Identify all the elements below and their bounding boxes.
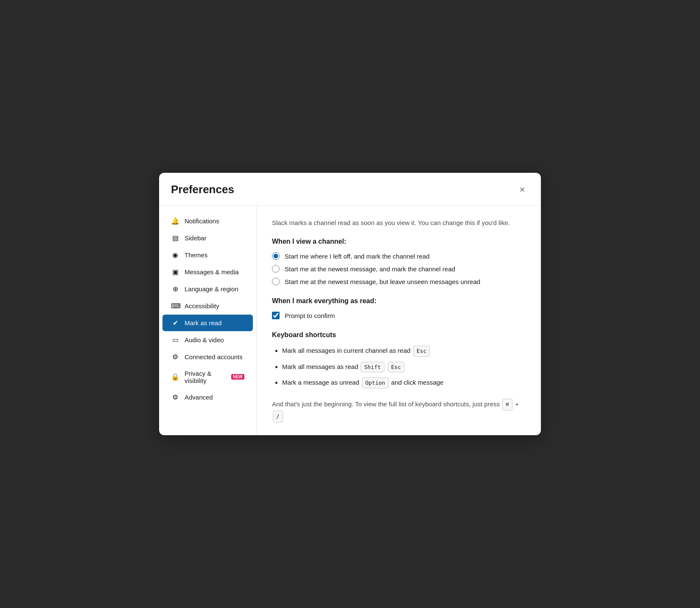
preferences-modal: Preferences × 🔔Notifications▤Sidebar◉The… (159, 173, 541, 435)
radio-input-1[interactable] (272, 252, 280, 260)
keyboard-shortcuts-title: Keyboard shortcuts (272, 331, 526, 339)
radio-input-2[interactable] (272, 265, 280, 273)
intro-text: Slack marks a channel read as soon as yo… (272, 218, 526, 228)
sidebar-notifications-icon: 🔔 (171, 217, 179, 225)
modal-overlay: Preferences × 🔔Notifications▤Sidebar◉The… (0, 0, 700, 608)
sidebar-item-sidebar[interactable]: ▤Sidebar (162, 230, 253, 246)
prompt-confirm-input[interactable] (272, 312, 280, 319)
sidebar-advanced-label: Advanced (185, 394, 213, 401)
sidebar-audio-video-icon: ▭ (171, 336, 179, 344)
sidebar-item-audio-video[interactable]: ▭Audio & video (162, 332, 253, 348)
sidebar-privacy-visibility-badge: NEW (231, 374, 244, 380)
modal-body: 🔔Notifications▤Sidebar◉Themes▣Messages &… (159, 205, 541, 435)
sidebar-nav: 🔔Notifications▤Sidebar◉Themes▣Messages &… (159, 205, 257, 435)
sidebar-connected-accounts-label: Connected accounts (185, 353, 243, 360)
shortcut-item-2: Mark all messages as read Shift Esc (282, 362, 526, 373)
key-esc: Esc (413, 346, 430, 357)
sidebar-item-messages-media[interactable]: ▣Messages & media (162, 264, 253, 280)
close-button[interactable]: × (515, 183, 529, 197)
sidebar-messages-media-icon: ▣ (171, 268, 179, 276)
section-when-view: When I view a channel: (272, 238, 526, 245)
sidebar-item-themes[interactable]: ◉Themes (162, 247, 253, 263)
sidebar-accessibility-label: Accessibility (185, 302, 219, 310)
sidebar-language-region-label: Language & region (185, 285, 238, 293)
key-shift: Shift (361, 362, 384, 373)
key-esc: Esc (388, 362, 404, 373)
sidebar-connected-accounts-icon: ⚙ (171, 353, 179, 361)
sidebar-item-mark-as-read[interactable]: ✔Mark as read (162, 315, 253, 331)
key-slash: / (273, 411, 283, 422)
prompt-confirm-checkbox[interactable]: Prompt to confirm (272, 312, 526, 319)
sidebar-language-region-icon: ⊕ (171, 285, 179, 293)
channel-view-options: Start me where I left off, and mark the … (272, 252, 526, 285)
sidebar-sidebar-label: Sidebar (185, 234, 207, 242)
sidebar-item-notifications[interactable]: 🔔Notifications (162, 213, 253, 229)
radio-option-1[interactable]: Start me where I left off, and mark the … (272, 252, 526, 260)
sidebar-notifications-label: Notifications (185, 217, 219, 225)
key-option: Option (362, 377, 389, 388)
sidebar-themes-label: Themes (185, 251, 207, 259)
shortcut-list: Mark all messages in current channel as … (272, 346, 526, 388)
prompt-confirm-label: Prompt to confirm (285, 312, 335, 319)
sidebar-item-advanced[interactable]: ⚙Advanced (162, 389, 253, 405)
sidebar-privacy-visibility-label: Privacy & visibility (185, 370, 224, 384)
radio-option-3[interactable]: Start me at the newest message, but leav… (272, 278, 526, 285)
sidebar-privacy-visibility-icon: 🔒 (171, 373, 179, 381)
sidebar-audio-video-label: Audio & video (185, 336, 224, 343)
keyboard-shortcuts-section: Keyboard shortcuts Mark all messages in … (272, 331, 526, 388)
sidebar-mark-as-read-icon: ✔ (171, 319, 179, 327)
sidebar-accessibility-icon: ⌨ (171, 302, 179, 310)
shortcut-item-3: Mark a message as unread Option and clic… (282, 377, 526, 388)
sidebar-item-privacy-visibility[interactable]: 🔒Privacy & visibilityNEW (162, 366, 253, 388)
key-cmd: ⌘ (502, 399, 512, 411)
shortcut-item-1: Mark all messages in current channel as … (282, 346, 526, 357)
sidebar-advanced-icon: ⚙ (171, 393, 179, 401)
radio-label-3: Start me at the newest message, but leav… (285, 278, 480, 285)
modal-header: Preferences × (159, 173, 541, 205)
modal-title: Preferences (171, 183, 234, 196)
radio-input-3[interactable] (272, 278, 280, 285)
close-icon: × (520, 184, 525, 195)
sidebar-item-accessibility[interactable]: ⌨Accessibility (162, 298, 253, 314)
sidebar-mark-as-read-label: Mark as read (185, 319, 222, 327)
radio-label-2: Start me at the newest message, and mark… (285, 265, 455, 273)
sidebar-item-language-region[interactable]: ⊕Language & region (162, 281, 253, 297)
section-mark-everything: When I mark everything as read: (272, 297, 526, 305)
sidebar-themes-icon: ◉ (171, 251, 179, 259)
main-content: Slack marks a channel read as soon as yo… (257, 205, 541, 435)
sidebar-messages-media-label: Messages & media (185, 268, 239, 276)
sidebar-item-connected-accounts[interactable]: ⚙Connected accounts (162, 349, 253, 365)
footer-text: And that's just the beginning. To view t… (272, 399, 526, 422)
sidebar-sidebar-icon: ▤ (171, 234, 179, 242)
radio-label-1: Start me where I left off, and mark the … (285, 253, 430, 260)
radio-option-2[interactable]: Start me at the newest message, and mark… (272, 265, 526, 273)
